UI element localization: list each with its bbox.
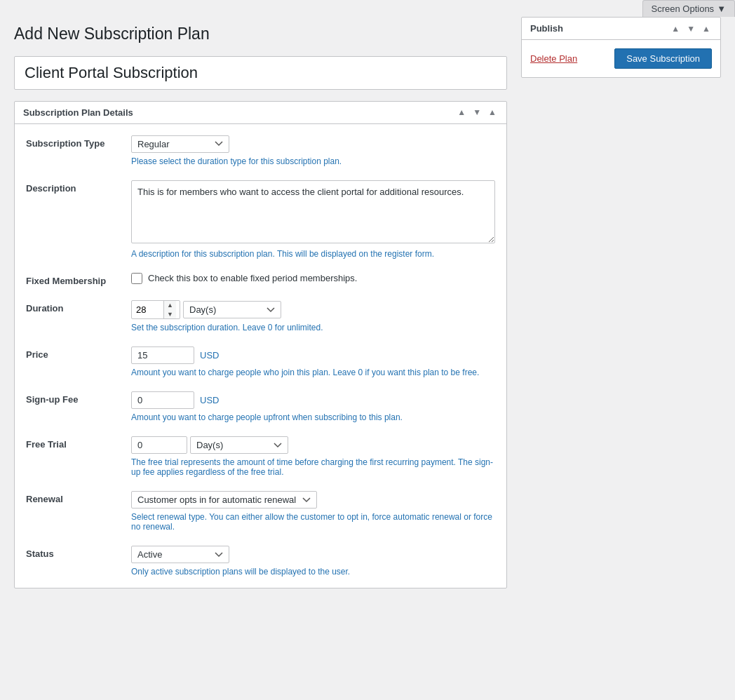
signup-fee-field: USD Amount you want to charge people upf… [131,391,495,422]
fixed-membership-checkbox[interactable] [131,273,142,284]
plan-title-input[interactable] [14,56,507,90]
status-field: Active Inactive Only active subscription… [131,546,495,577]
publish-title: Publish [530,23,563,34]
fixed-membership-checkbox-label: Check this box to enable fixed period me… [148,273,357,283]
subscription-type-field: Regular One Time Lifetime Please select … [131,135,495,166]
duration-decrement[interactable]: ▼ [164,310,176,319]
duration-unit-select[interactable]: Day(s) Week(s) Month(s) Year(s) [183,301,281,318]
publish-body: Delete Plan Save Subscription [522,40,720,77]
free-trial-help: The free trial represents the amount of … [131,457,495,477]
signup-fee-input[interactable] [131,391,194,409]
fixed-membership-checkbox-row: Check this box to enable fixed period me… [131,273,495,284]
free-trial-field: Day(s) Week(s) Month(s) Year(s) The free… [131,436,495,477]
description-textarea[interactable]: This is for members who want to access t… [131,180,495,243]
duration-row: Duration ▲ ▼ Day(s) [26,300,495,333]
status-help: Only active subscription plans will be d… [131,567,495,577]
duration-number-input[interactable] [132,302,163,318]
subscription-type-select[interactable]: Regular One Time Lifetime [131,135,229,153]
signup-fee-help: Amount you want to charge people upfront… [131,412,495,422]
price-inline-group: USD [131,346,495,364]
save-subscription-button[interactable]: Save Subscription [614,48,712,69]
duration-spinner: ▲ ▼ [163,301,176,319]
page-title: Add New Subscription Plan [14,24,507,45]
screen-options-button[interactable]: Screen Options ▼ [642,0,735,17]
duration-number-wrapper: ▲ ▼ [131,300,180,320]
price-field: USD Amount you want to charge people who… [131,346,495,377]
duration-field: ▲ ▼ Day(s) Week(s) Month(s) Year(s) [131,300,495,333]
status-label: Status [26,546,131,559]
price-row: Price USD Amount you want to charge peop… [26,346,495,377]
renewal-field: Customer opts in for automatic renewal F… [131,491,495,532]
screen-options-label: Screen Options [652,4,715,14]
price-input[interactable] [131,346,194,364]
metabox-body: Subscription Type Regular One Time Lifet… [15,124,506,588]
metabox-header[interactable]: Subscription Plan Details ▲ ▼ ▲ [15,102,506,124]
signup-fee-currency: USD [200,395,219,405]
publish-collapse-up[interactable]: ▲ [670,24,681,34]
renewal-select[interactable]: Customer opts in for automatic renewal F… [131,491,317,509]
signup-fee-label: Sign-up Fee [26,391,131,405]
fixed-membership-field: Check this box to enable fixed period me… [131,273,495,284]
publish-header-controls: ▲ ▼ ▲ [670,24,712,34]
status-select[interactable]: Active Inactive [131,546,229,563]
metabox-title: Subscription Plan Details [23,107,133,118]
description-label: Description [26,180,131,194]
fixed-membership-label: Fixed Membership [26,273,131,286]
free-trial-row: Free Trial Day(s) Week(s) Month(s) Year(… [26,436,495,477]
duration-increment[interactable]: ▲ [164,301,176,310]
price-help: Amount you want to charge people who joi… [131,368,495,377]
renewal-label: Renewal [26,491,131,504]
publish-expand[interactable]: ▲ [701,24,712,34]
description-help: A description for this subscription plan… [131,249,495,259]
subscription-type-label: Subscription Type [26,135,131,149]
renewal-row: Renewal Customer opts in for automatic r… [26,491,495,532]
free-trial-unit-select[interactable]: Day(s) Week(s) Month(s) Year(s) [190,436,288,454]
subscription-type-help: Please select the duration type for this… [131,156,495,166]
metabox-collapse-down[interactable]: ▼ [471,107,483,117]
metabox-expand[interactable]: ▲ [487,107,498,117]
price-label: Price [26,346,131,360]
signup-fee-inline-group: USD [131,391,495,409]
price-currency: USD [200,350,219,361]
metabox-collapse-up[interactable]: ▲ [456,107,467,117]
subscription-details-metabox: Subscription Plan Details ▲ ▼ ▲ Subscrip… [14,101,507,589]
publish-collapse-down[interactable]: ▼ [685,24,696,34]
duration-label: Duration [26,300,131,314]
free-trial-combo: Day(s) Week(s) Month(s) Year(s) [131,436,495,454]
free-trial-input[interactable] [131,436,187,454]
publish-header: Publish ▲ ▼ ▲ [522,18,720,40]
subscription-type-row: Subscription Type Regular One Time Lifet… [26,135,495,166]
duration-combo: ▲ ▼ Day(s) Week(s) Month(s) Year(s) [131,300,495,320]
delete-plan-button[interactable]: Delete Plan [530,53,577,64]
screen-options-arrow: ▼ [717,4,726,14]
publish-box: Publish ▲ ▼ ▲ Delete Plan Save Subscript… [521,17,721,78]
sidebar: Publish ▲ ▼ ▲ Delete Plan Save Subscript… [521,17,721,600]
description-field: This is for members who want to access t… [131,180,495,259]
signup-fee-row: Sign-up Fee USD Amount you want to charg… [26,391,495,422]
description-row: Description This is for members who want… [26,180,495,259]
status-row: Status Active Inactive Only active subsc… [26,546,495,577]
fixed-membership-row: Fixed Membership Check this box to enabl… [26,273,495,286]
free-trial-label: Free Trial [26,436,131,450]
metabox-controls: ▲ ▼ ▲ [456,107,498,117]
renewal-help: Select renewal type. You can either allo… [131,512,495,532]
duration-help: Set the subscription duration. Leave 0 f… [131,323,495,332]
